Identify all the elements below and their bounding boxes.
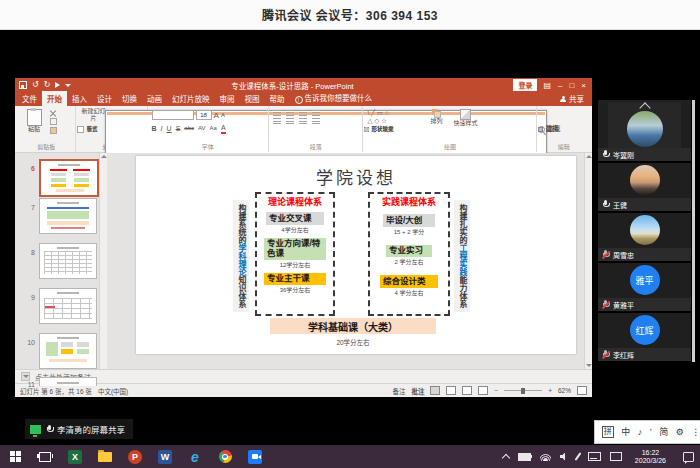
ime-fullwidth-icon[interactable]: ♪ xyxy=(638,427,643,437)
slide-thumbnail-11[interactable] xyxy=(39,377,97,386)
scroll-down-icon[interactable] xyxy=(586,364,592,367)
slide-scrollbar[interactable] xyxy=(584,153,592,369)
language-indicator[interactable]: 中文(中国) xyxy=(98,386,128,396)
tab-transitions[interactable]: 切换 xyxy=(117,91,142,106)
cut-icon[interactable] xyxy=(50,110,56,116)
redo-icon[interactable]: ↻ xyxy=(44,81,51,89)
task-view-button[interactable] xyxy=(30,445,60,468)
taskbar-excel[interactable]: X xyxy=(60,445,90,468)
section-button[interactable]: 节 xyxy=(77,107,145,151)
line-spacing-icon[interactable] xyxy=(299,118,307,124)
align-center-icon[interactable] xyxy=(286,118,294,124)
wifi-icon[interactable] xyxy=(540,453,551,461)
notes-toggle[interactable]: 备注 xyxy=(392,386,405,396)
ime-more-icon[interactable]: ⋮ xyxy=(691,427,700,437)
slide-thumbnail-8[interactable] xyxy=(39,243,97,279)
zoom-out-icon[interactable]: − xyxy=(494,387,498,394)
notes-bar[interactable]: 点击此处添加备注 xyxy=(15,369,592,383)
taskbar-clock[interactable]: 16:22 2020/3/26 xyxy=(631,449,670,465)
change-case-icon[interactable]: Aa xyxy=(210,124,217,133)
tab-review[interactable]: 审阅 xyxy=(215,91,240,106)
bullets-icon[interactable] xyxy=(273,110,281,116)
battery-icon[interactable] xyxy=(518,453,531,461)
close-button[interactable]: × xyxy=(581,81,586,90)
reading-view-icon[interactable] xyxy=(462,386,472,395)
taskbar-tencent-meeting[interactable] xyxy=(240,445,270,468)
slideshow-view-icon[interactable] xyxy=(478,386,488,395)
qat-customize-icon[interactable] xyxy=(65,84,71,87)
slide-sorter-view-icon[interactable] xyxy=(446,386,456,395)
sidebar-scrollbar[interactable] xyxy=(692,100,695,362)
taskbar-internet-explorer[interactable]: e xyxy=(180,445,210,468)
tab-help[interactable]: 帮助 xyxy=(265,91,290,106)
ime-settings-gear-icon[interactable]: ⚙ xyxy=(676,427,684,437)
ribbon-options-icon[interactable]: ▤ xyxy=(543,81,551,90)
indent-decrease-icon[interactable] xyxy=(299,110,307,116)
participant-tile[interactable]: 雅平 黄雅平 xyxy=(598,263,691,311)
comments-toggle[interactable]: 批注 xyxy=(411,386,424,396)
zoom-level[interactable]: 62% xyxy=(558,387,571,394)
participant-tile[interactable]: 红辉 李红辉 xyxy=(598,313,691,361)
hidden-icons-chevron-icon[interactable] xyxy=(503,453,509,461)
tab-file[interactable]: 文件 xyxy=(17,91,42,106)
shrink-font-icon[interactable]: A xyxy=(221,111,225,120)
italic-button[interactable]: I xyxy=(161,124,163,133)
save-icon[interactable] xyxy=(19,81,27,89)
participant-tile[interactable]: 周雪忠 xyxy=(598,213,691,261)
taskbar-chrome[interactable] xyxy=(210,445,240,468)
scroll-up-icon[interactable] xyxy=(586,155,592,158)
select-button[interactable]: 选择 xyxy=(538,107,589,151)
participant-tile[interactable]: 王健 xyxy=(598,163,691,211)
slide-thumbnail-7[interactable] xyxy=(39,198,97,234)
touchpad-icon[interactable] xyxy=(610,452,622,461)
abc-icon[interactable]: abc xyxy=(184,124,194,133)
taskbar-powerpoint[interactable]: P xyxy=(120,445,150,468)
tab-view[interactable]: 视图 xyxy=(240,91,265,106)
ppt-share-button[interactable]: 共享 xyxy=(554,91,590,106)
font-color-icon[interactable]: A xyxy=(221,123,226,134)
ime-punctuation-icon[interactable]: ’ xyxy=(650,427,652,437)
notes-collapse-icon[interactable] xyxy=(21,372,30,381)
touch-keyboard-icon[interactable] xyxy=(588,452,601,461)
pen-icon[interactable] xyxy=(577,452,579,461)
start-slideshow-icon[interactable] xyxy=(55,82,60,88)
shape-effects-button[interactable]: 形状效果 xyxy=(364,107,535,151)
thumbnail-scrollbar[interactable] xyxy=(99,153,107,369)
start-button[interactable] xyxy=(0,445,30,468)
volume-icon[interactable] xyxy=(560,453,568,461)
slide[interactable]: 学院设想 构建系统的学科理论知识体系 理论课程体系 专业交叉课 4学分左右 专业… xyxy=(136,156,576,354)
numbering-icon[interactable] xyxy=(286,110,294,116)
strikethrough-button[interactable]: S xyxy=(176,124,181,133)
indent-increase-icon[interactable] xyxy=(312,110,320,116)
align-left-icon[interactable] xyxy=(273,118,281,124)
slide-thumbnail-10[interactable] xyxy=(39,333,97,369)
font-name-input[interactable] xyxy=(152,110,194,120)
login-button[interactable]: 登录 xyxy=(513,79,537,91)
zoom-in-icon[interactable]: + xyxy=(548,387,552,394)
slide-thumbnail-9[interactable] xyxy=(39,288,97,324)
tab-design[interactable]: 设计 xyxy=(92,91,117,106)
tell-me-search[interactable]: !告诉我你想要做什么 xyxy=(290,90,378,106)
ime-mode-chinese[interactable]: 中 xyxy=(621,427,630,437)
slide-thumbnail-6[interactable] xyxy=(39,159,99,197)
grow-font-icon[interactable]: A xyxy=(214,111,219,120)
tab-animations[interactable]: 动画 xyxy=(142,91,167,106)
taskbar-file-explorer[interactable] xyxy=(90,445,120,468)
fit-to-window-icon[interactable] xyxy=(577,386,587,395)
bold-button[interactable]: B xyxy=(152,124,157,133)
font-size-input[interactable]: 18 xyxy=(196,110,212,120)
participant-tile[interactable]: 岑翼刚 xyxy=(598,100,691,161)
format-painter-icon[interactable] xyxy=(50,127,57,134)
copy-icon[interactable] xyxy=(50,118,57,125)
tab-home[interactable]: 开始 xyxy=(42,91,67,106)
zoom-slider[interactable] xyxy=(504,390,542,391)
ime-simplified-icon[interactable]: 简 xyxy=(659,427,668,437)
maximize-button[interactable]: □ xyxy=(569,81,574,90)
normal-view-icon[interactable] xyxy=(430,386,440,395)
ime-logo-icon[interactable]: 拼 xyxy=(602,426,614,438)
action-center-icon[interactable] xyxy=(683,452,694,462)
ime-toolbar[interactable]: 拼 中 ♪ ’ 简 ⚙ ⋮ xyxy=(594,420,700,444)
paste-button[interactable]: 粘贴 xyxy=(21,108,47,144)
tab-insert[interactable]: 插入 xyxy=(67,91,92,106)
scroll-up-icon[interactable] xyxy=(101,155,107,158)
